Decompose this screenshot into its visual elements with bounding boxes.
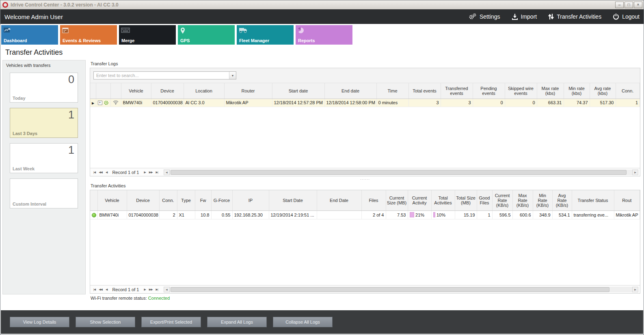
import-icon xyxy=(512,13,518,20)
pager-next-button[interactable]: ▶ xyxy=(142,288,147,291)
import-button[interactable]: Import xyxy=(512,13,537,20)
col-device[interactable]: Device xyxy=(151,83,184,99)
col-skipped-wire-events[interactable]: Skipped wire events xyxy=(505,83,537,99)
pager-prev-page-button[interactable]: ◀◀ xyxy=(97,288,104,291)
maximize-button[interactable]: □ xyxy=(625,2,633,8)
export-print-selected-button[interactable]: Export/Print Selected xyxy=(141,317,201,327)
card-label: Last Week xyxy=(13,166,35,171)
horizontal-scrollbar[interactable]: ◀ ▶ xyxy=(164,287,638,292)
col-min-rate[interactable]: Min rate (kbs) xyxy=(564,83,590,99)
activities-pager: |◀ ◀◀ ◀ Record 1 of 1 ▶ ▶▶ ▶| ◀ ▶ xyxy=(90,285,640,293)
collapse-all-logs-button[interactable]: Collapse All Logs xyxy=(273,317,333,327)
scrollbar-track[interactable] xyxy=(170,170,632,175)
expand-all-logs-button[interactable]: Expand All Logs xyxy=(207,317,267,327)
card-today[interactable]: 0 Today xyxy=(10,73,78,103)
logout-button[interactable]: Logout xyxy=(613,13,640,20)
col-max-rate[interactable]: Max rate (kbs) xyxy=(537,83,564,99)
cell-max-rate: 600.6 xyxy=(512,210,533,219)
pager-next-button[interactable]: ▶ xyxy=(142,171,147,174)
col-start-date[interactable]: Start Date xyxy=(269,190,317,210)
minimize-button[interactable]: – xyxy=(615,2,624,8)
scroll-left-button[interactable]: ◀ xyxy=(164,287,170,292)
scroll-right-button[interactable]: ▶ xyxy=(632,170,638,175)
search-dropdown-button[interactable]: ▼ xyxy=(229,72,236,79)
tile-gps[interactable]: GPS xyxy=(178,25,235,45)
horizontal-scrollbar[interactable]: ◀ ▶ xyxy=(164,170,638,175)
calendar-icon xyxy=(62,27,69,35)
col-transfer-status[interactable]: Transfer Status xyxy=(572,190,614,210)
show-selection-button[interactable]: Show Selection xyxy=(76,317,135,327)
logout-label: Logout xyxy=(622,13,640,20)
pager-prev-page-button[interactable]: ◀◀ xyxy=(97,171,104,174)
tile-reports[interactable]: Reports xyxy=(296,25,352,45)
pager-first-button[interactable]: |◀ xyxy=(92,171,97,174)
tile-merge[interactable]: Merge xyxy=(119,25,176,45)
col-end-date[interactable]: End date xyxy=(324,83,376,99)
col-conn[interactable]: Conn. xyxy=(159,190,177,210)
transfer-activities-button[interactable]: Transfer Activities xyxy=(548,13,601,20)
expand-row-button[interactable]: + xyxy=(98,101,102,105)
col-ip[interactable]: IP xyxy=(232,190,269,210)
col-router[interactable]: Rout xyxy=(614,190,640,210)
scrollbar-thumb[interactable] xyxy=(171,170,627,175)
pager-next-page-button[interactable]: ▶▶ xyxy=(147,171,154,174)
col-avg-rate[interactable]: Avg Rate (KB/s) xyxy=(552,190,572,210)
pager-first-button[interactable]: |◀ xyxy=(92,288,97,291)
col-location[interactable]: Location xyxy=(184,83,224,99)
table-row[interactable]: ▶ + BMW740i 017040000038 Al CC 3.0 Mikro… xyxy=(90,99,640,107)
col-wifi xyxy=(110,83,121,99)
tile-events-reviews[interactable]: Events & Reviews xyxy=(60,25,117,45)
col-start-date[interactable]: Start date xyxy=(272,83,324,99)
col-transferred-events[interactable]: Transferred events xyxy=(441,83,473,99)
card-last-3-days[interactable]: 1 Last 3 Days xyxy=(10,108,78,138)
col-files[interactable]: Files xyxy=(361,190,386,210)
import-label: Import xyxy=(521,13,537,20)
table-row[interactable]: BMW740i 017040000038 2 X1 10.8 0.55 192.… xyxy=(90,210,640,219)
pager-last-button[interactable]: ▶| xyxy=(154,171,160,174)
col-current-rate[interactable]: Current Rate (KB/s) xyxy=(492,190,512,210)
col-vehicle[interactable]: Vehicle xyxy=(121,83,151,99)
col-device[interactable]: Device xyxy=(127,190,159,210)
settings-button[interactable]: Settings xyxy=(468,13,500,20)
col-min-rate[interactable]: Min Rate (KB/s) xyxy=(533,190,552,210)
card-custom-interval[interactable]: Custom Interval xyxy=(10,178,78,208)
scroll-right-button[interactable]: ▶ xyxy=(632,287,638,292)
col-total-activities[interactable]: Total Activities xyxy=(431,190,455,210)
cell-router: Mikrotik AP xyxy=(614,210,640,219)
col-router[interactable]: Router xyxy=(224,83,272,99)
col-end-date[interactable]: End Date xyxy=(317,190,361,210)
scroll-left-button[interactable]: ◀ xyxy=(164,170,170,175)
pager-last-button[interactable]: ▶| xyxy=(154,288,160,291)
col-max-rate[interactable]: Max Rate (KB/s) xyxy=(512,190,533,210)
gear-status-icon xyxy=(104,100,109,105)
cell-files: 2 of 4 xyxy=(361,210,386,219)
col-total-size[interactable]: Total Size (MB) xyxy=(455,190,477,210)
pager-next-page-button[interactable]: ▶▶ xyxy=(147,288,154,291)
sidebar-vehicles-with-transfers: Vehicles with transfers 0 Today 1 Last 3… xyxy=(2,60,86,294)
col-vehicle[interactable]: Vehicle xyxy=(97,190,127,210)
col-time[interactable]: Time xyxy=(376,83,408,99)
col-current-size[interactable]: Current Size (MB) xyxy=(386,190,408,210)
pager-prev-button[interactable]: ◀ xyxy=(104,288,109,291)
col-fw[interactable]: Fw xyxy=(195,190,211,210)
close-button[interactable]: × xyxy=(634,2,642,8)
col-pending-events[interactable]: Pending events xyxy=(473,83,505,99)
col-good-files[interactable]: Good Files xyxy=(477,190,492,210)
panel-splitter-handle[interactable]: ······ xyxy=(90,176,640,182)
view-log-details-button[interactable]: View Log Details xyxy=(10,317,69,327)
welcome-text: Welcome Admin User xyxy=(4,13,63,20)
scrollbar-thumb[interactable] xyxy=(171,287,609,292)
scrollbar-track[interactable] xyxy=(170,287,632,292)
tile-dashboard[interactable]: Dashboard xyxy=(1,25,58,45)
col-conn[interactable]: Conn. xyxy=(616,83,640,99)
gears-icon xyxy=(468,13,477,20)
search-input[interactable] xyxy=(94,72,229,79)
col-current-activity[interactable]: Current Activity xyxy=(408,190,431,210)
col-type[interactable]: Type xyxy=(177,190,195,210)
col-avg-rate[interactable]: Avg rate (kbs) xyxy=(590,83,616,99)
col-gforce[interactable]: G-Force xyxy=(211,190,232,210)
pager-prev-button[interactable]: ◀ xyxy=(104,171,109,174)
col-total-events[interactable]: Total events xyxy=(408,83,441,99)
card-last-week[interactable]: 1 Last Week xyxy=(10,143,78,173)
tile-fleet-manager[interactable]: Fleet Manager xyxy=(237,25,294,45)
